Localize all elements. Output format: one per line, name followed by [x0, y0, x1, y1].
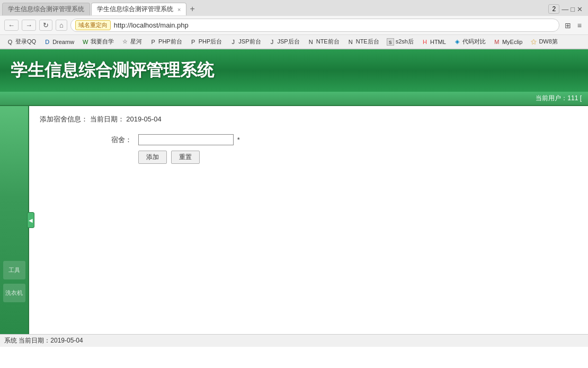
tab-counter: 2 [548, 4, 559, 14]
jsp-front-icon: J [229, 38, 237, 46]
bookmark-nte-back-label: NTE后台 [356, 38, 379, 46]
tab-active[interactable]: 学生信息综合测评管理系统 × [91, 3, 186, 15]
tools-text: 工具 [8, 266, 20, 274]
bookmark-html[interactable]: H HTML [419, 38, 448, 46]
browser-chrome: 学生信息综合测评管理系统 学生信息综合测评管理系统 × + 2 — □ ✕ ← … [0, 0, 588, 49]
form-table: 宿舍： * 添加 重置 [40, 132, 577, 167]
html-icon: H [421, 38, 429, 46]
sidebar-toggle-button[interactable]: ◀ [27, 212, 34, 228]
bookmark-woyaozixue[interactable]: W 我要自学 [79, 37, 116, 46]
bookmark-jsp-back-label: JSP后台 [278, 38, 300, 46]
bookmark-html-label: HTML [430, 39, 446, 45]
bookmark-dreamweaver-label: Dreamw [52, 39, 74, 45]
xinghe-icon: ☆ [121, 38, 129, 46]
qq-icon: Q [6, 38, 14, 46]
bookmark-php-back-label: PHP后台 [199, 38, 222, 46]
bookmark-php-front[interactable]: P PHP前台 [147, 37, 184, 46]
sidebar-deco-machine: 洗衣机 [3, 284, 25, 302]
bookmark-s2sh-label: s2sh后 [396, 38, 414, 46]
dormitory-label: 宿舍： [40, 132, 135, 148]
reset-button[interactable]: 重置 [171, 151, 200, 164]
nte-back-icon: N [347, 38, 354, 46]
myeclipse-icon: M [493, 38, 501, 46]
s2sh-icon: s [387, 38, 394, 46]
jsp-back-icon: J [269, 38, 276, 46]
dormitory-input[interactable] [138, 134, 234, 145]
machine-text: 洗衣机 [5, 289, 23, 297]
required-star: * [237, 136, 240, 144]
maximize-icon[interactable]: □ [571, 5, 575, 13]
bookmark-jsp-back[interactable]: J JSP后台 [266, 37, 302, 46]
sidebar-decorations: 工具 洗衣机 [2, 261, 26, 302]
button-cell: 添加 重置 [135, 148, 577, 167]
bookmark-xinghe-label: 星河 [130, 38, 142, 46]
sidebar: ◀ 工具 洗衣机 [0, 106, 29, 334]
back-button[interactable]: ← [4, 20, 19, 31]
status-text: 系统 当前日期：2019-05-04 [4, 336, 83, 345]
bookmark-myeclipse[interactable]: M MyEclip [491, 38, 525, 46]
nte-front-icon: N [307, 38, 315, 46]
tab-inactive-label: 学生信息综合测评管理系统 [8, 5, 84, 14]
user-info-bar: 当前用户：111 [ [0, 92, 588, 106]
url-text: http://localhost/main.php [114, 21, 555, 29]
add-button[interactable]: 添加 [138, 151, 167, 164]
date-label: 当前日期： [90, 115, 124, 123]
tab-bar: 学生信息综合测评管理系统 学生信息综合测评管理系统 × + 2 — □ ✕ [0, 0, 588, 16]
dreamweaver-icon: D [43, 38, 51, 46]
bookmark-dw8-label: DW8第 [539, 38, 557, 46]
nav-bar: ← → ↻ ⌂ 域名重定向 http://localhost/main.php … [0, 16, 588, 35]
woyaozixue-icon: W [82, 38, 89, 46]
bookmark-xinghe[interactable]: ☆ 星河 [119, 37, 144, 46]
nav-menu-button[interactable]: ≡ [575, 20, 584, 31]
bookmark-jsp-front-label: JSP前台 [238, 38, 261, 46]
bookmark-jsp-front[interactable]: J JSP前台 [227, 37, 263, 46]
bookmark-dreamweaver[interactable]: D Dreamw [41, 38, 76, 46]
new-tab-button[interactable]: + [186, 4, 198, 14]
status-bar: 系统 当前日期：2019-05-04 [0, 334, 588, 347]
code-compare-icon: ◈ [453, 38, 461, 46]
content-inner: 添加宿舍信息： 当前日期： 2019-05-04 宿舍： * 添加 [29, 106, 588, 175]
main-layout: ◀ 工具 洗衣机 添加宿舍信息： 当前日期： 2019-05-04 宿舍： [0, 106, 588, 334]
bookmarks-bar: Q 登录QQ D Dreamw W 我要自学 ☆ 星河 P PHP前台 P PH… [0, 35, 588, 49]
dw8-icon: ⚝ [530, 38, 537, 46]
bookmark-qq-label: 登录QQ [15, 38, 36, 46]
form-title-prefix: 添加宿舍信息： [40, 115, 88, 123]
tab-active-label: 学生信息综合测评管理系统 [97, 5, 173, 14]
sidebar-deco-tools: 工具 [3, 261, 25, 279]
app-title: 学生信息综合测评管理系统 [11, 59, 577, 82]
bookmark-dw8[interactable]: ⚝ DW8第 [528, 37, 559, 46]
button-row: 添加 重置 [40, 148, 577, 167]
refresh-button[interactable]: ↻ [39, 20, 52, 31]
bookmark-nte-back[interactable]: N NTE后台 [345, 37, 381, 46]
content-area: 添加宿舍信息： 当前日期： 2019-05-04 宿舍： * 添加 [29, 106, 588, 334]
dormitory-input-cell: * [135, 132, 577, 148]
bookmark-s2sh[interactable]: s s2sh后 [385, 37, 416, 46]
home-button[interactable]: ⌂ [56, 20, 67, 31]
grid-view-button[interactable]: ⊞ [563, 20, 573, 31]
bookmark-qq[interactable]: Q 登录QQ [4, 37, 38, 46]
nav-right-icons: ⊞ ≡ [563, 20, 584, 31]
tab-close-icon[interactable]: × [177, 6, 181, 13]
bookmark-code-compare[interactable]: ◈ 代码对比 [451, 37, 488, 46]
domain-redirect-label: 域名重定向 [75, 20, 111, 30]
bookmark-code-compare-label: 代码对比 [462, 38, 486, 46]
app-header: 学生信息综合测评管理系统 [0, 49, 588, 92]
current-user-text: 当前用户：111 [ [536, 94, 582, 102]
bookmark-php-front-label: PHP前台 [158, 38, 182, 46]
button-label-cell [40, 148, 135, 167]
tab-inactive[interactable]: 学生信息综合测评管理系统 [2, 3, 90, 15]
current-date: 2019-05-04 [126, 115, 162, 123]
forward-button[interactable]: → [22, 20, 36, 31]
url-bar[interactable]: 域名重定向 http://localhost/main.php [70, 19, 559, 32]
minimize-icon[interactable]: — [562, 5, 568, 13]
bookmark-nte-front-label: NTE前台 [316, 38, 340, 46]
dormitory-row: 宿舍： * [40, 132, 577, 148]
window-close-icon[interactable]: ✕ [577, 5, 583, 13]
php-back-icon: P [190, 38, 197, 46]
bookmark-woyaozixue-label: 我要自学 [91, 38, 114, 46]
php-front-icon: P [149, 38, 157, 46]
bookmark-nte-front[interactable]: N NTE前台 [305, 37, 342, 46]
form-title: 添加宿舍信息： 当前日期： 2019-05-04 [40, 115, 577, 124]
bookmark-php-back[interactable]: P PHP后台 [188, 37, 225, 46]
bookmark-myeclipse-label: MyEclip [502, 39, 523, 45]
